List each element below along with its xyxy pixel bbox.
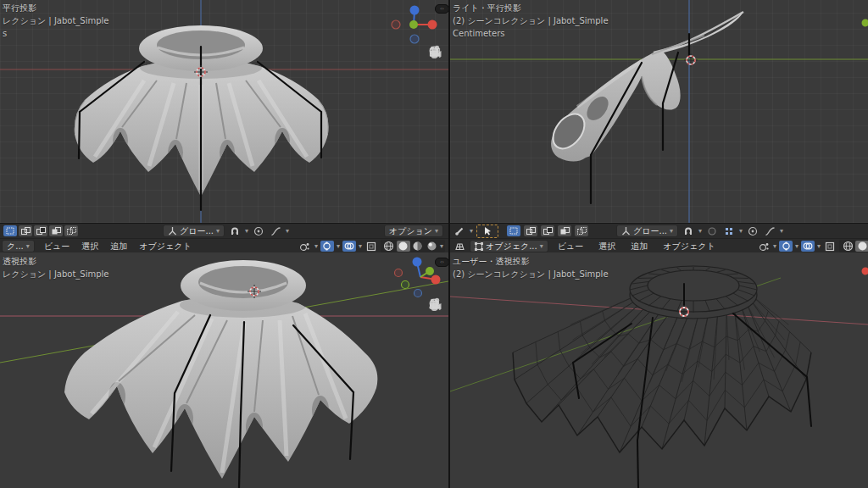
snap-magnet-icon[interactable] [682, 225, 695, 236]
right-ortho-scene [450, 0, 868, 223]
select-mode-cluster [3, 225, 78, 237]
axis-z-neg [415, 290, 422, 297]
object-types-visibility-icon[interactable] [298, 241, 312, 252]
chevron-down-icon: ▾ [440, 243, 443, 250]
shading-wireframe-icon[interactable] [841, 241, 854, 252]
camera-icon[interactable] [427, 83, 442, 98]
viewport-user-persp-solid[interactable]: 透視投影 レクション | Jabot_Simple ‹› [0, 252, 448, 488]
menu-view[interactable]: ビュー [38, 241, 75, 252]
axis-x-neg [395, 269, 403, 277]
pan-hand-icon[interactable] [427, 316, 442, 331]
viewport-front-ortho[interactable]: 平行投影 レクション | Jabot_Simple s ‹› [0, 0, 448, 223]
snap-magnet-icon[interactable] [228, 225, 242, 236]
nav-controls-front[interactable] [427, 44, 442, 118]
chevron-down-icon: ▾ [739, 228, 743, 235]
shading-solid-icon[interactable] [855, 241, 868, 252]
select-mode-set-icon[interactable] [507, 225, 520, 236]
snap-target-icon[interactable] [705, 225, 719, 236]
menu-add[interactable]: 追加 [625, 241, 654, 252]
axis-x-pos [431, 275, 441, 285]
options-dropdown[interactable]: オプション ▾ [384, 225, 443, 237]
tool-dropdown-icon[interactable] [453, 225, 466, 236]
cursor-3d [684, 53, 698, 67]
axis-z-neg [410, 35, 419, 43]
area-divider[interactable] [448, 0, 450, 488]
chevron-down-icon: ▾ [540, 243, 543, 250]
shading-material-icon[interactable] [411, 241, 425, 252]
menu-object[interactable]: オブジェクト [657, 241, 721, 252]
header-display-cluster-left: ▾ ▾ ▾ ▾ [298, 240, 445, 252]
chevron-down-icon: ▾ [698, 228, 702, 235]
axis-gizmo[interactable] [395, 258, 441, 297]
select-box-tool-button[interactable] [476, 225, 498, 238]
transform-orientation-dropdown[interactable]: グロー... ▾ [616, 225, 678, 237]
select-mode-set-icon[interactable] [3, 225, 17, 236]
proportional-falloff-icon[interactable] [269, 225, 282, 236]
select-mode-intersect-icon[interactable] [64, 225, 78, 236]
proportional-falloff-icon[interactable] [763, 225, 776, 236]
viewport-right-ortho[interactable]: ライト・平行投影 (2) シーンコレクション | Jabot_Simple Ce… [450, 0, 868, 223]
mode-dropdown[interactable]: ク... ▾ [2, 240, 35, 252]
axis-gizmo[interactable] [392, 6, 437, 44]
mode-dropdown[interactable]: オブジェク... ▾ [470, 240, 548, 252]
menu-select[interactable]: 選択 [75, 241, 104, 252]
jabot-model-persp[interactable] [64, 260, 377, 479]
active-tool-cluster: ▾ [453, 225, 588, 237]
select-mode-invert-icon[interactable] [49, 225, 63, 236]
jabot-model-side[interactable] [547, 12, 743, 162]
shading-solid-icon[interactable] [397, 241, 410, 252]
menu-object[interactable]: オブジェクト [133, 241, 197, 252]
show-gizmo-icon[interactable] [779, 241, 793, 252]
header-display-cluster-right: ▾ ▾ ▾ [757, 240, 868, 252]
select-mode-invert-icon[interactable] [558, 225, 571, 236]
area-scroll-pill[interactable]: ‹› [435, 258, 448, 267]
snap-increment-icon[interactable] [722, 225, 736, 236]
select-mode-subtract-icon[interactable] [541, 225, 554, 236]
chevron-down-icon: ▾ [216, 228, 220, 235]
pan-hand-icon[interactable] [427, 64, 442, 79]
show-overlays-icon[interactable] [801, 241, 815, 252]
chevron-down-icon: ▾ [773, 243, 776, 250]
clipped-gizmo-x-dot [862, 268, 868, 275]
select-mode-extend-icon[interactable] [19, 225, 32, 236]
editor-type-icon[interactable] [453, 241, 466, 252]
shading-wireframe-icon[interactable] [382, 241, 396, 252]
proportional-editing-icon[interactable] [746, 225, 760, 236]
chevron-down-icon: ▾ [670, 228, 673, 235]
menu-add[interactable]: 追加 [104, 241, 133, 252]
chevron-down-icon: ▾ [780, 228, 783, 235]
select-mode-subtract-icon[interactable] [34, 225, 47, 236]
tool-settings-bar-right: ▾ グロー... ▾ ▾ ▾ [450, 224, 868, 239]
axis-x-neg [392, 20, 400, 29]
toggle-xray-icon[interactable] [823, 241, 837, 252]
chevron-down-icon: ▾ [470, 228, 473, 235]
show-overlays-icon[interactable] [342, 241, 356, 252]
select-mode-extend-icon[interactable] [524, 225, 537, 236]
chevron-down-icon: ▾ [359, 243, 362, 250]
object-types-visibility-icon[interactable] [757, 241, 771, 252]
chevron-down-icon: ▾ [337, 243, 340, 250]
show-gizmo-icon[interactable] [320, 241, 334, 252]
viewport-user-persp-wire[interactable]: ユーザー・透視投影 (2) シーンコレクション | Jabot_Simple [450, 252, 868, 488]
menu-view[interactable]: ビュー [552, 241, 589, 252]
camera-icon[interactable] [427, 336, 442, 351]
nav-controls-persp[interactable] [427, 297, 442, 370]
header-menus-right: オブジェク... ▾ ビュー 選択 追加 オブジェクト [453, 240, 721, 252]
orientation-label: グロー... [180, 225, 214, 237]
shading-rendered-icon[interactable] [426, 241, 439, 252]
orientation-icon [621, 226, 631, 236]
grid-ortho-icon[interactable] [427, 103, 442, 118]
area-scroll-pill[interactable]: ‹› [435, 4, 448, 14]
proportional-editing-icon[interactable] [252, 225, 265, 236]
snap-cluster-right: グロー... ▾ ▾ ▾ ▾ [616, 225, 783, 237]
chevron-down-icon: ▾ [435, 228, 438, 235]
transform-orientation-dropdown[interactable]: グロー... ▾ [163, 225, 225, 237]
jabot-model-wireframe[interactable] [513, 266, 811, 452]
toggle-xray-icon[interactable] [364, 241, 378, 252]
chevron-down-icon: ▾ [286, 228, 289, 235]
menu-select[interactable]: 選択 [593, 241, 621, 252]
grid-persp-icon[interactable] [427, 355, 442, 370]
options-label: オプション [389, 225, 432, 237]
select-mode-intersect-icon[interactable] [575, 225, 588, 236]
orientation-label: グロー... [633, 225, 667, 237]
